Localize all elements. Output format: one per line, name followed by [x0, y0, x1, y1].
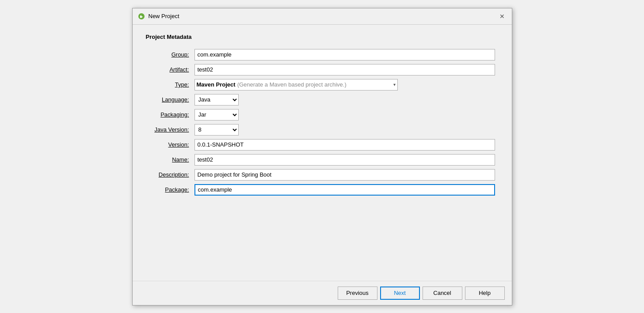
name-label: Name:: [146, 152, 194, 167]
form-row-type: Type: Maven Project (Generate a Maven ba…: [146, 77, 499, 92]
artifact-control: [194, 62, 499, 77]
form-row-artifact: Artifact:: [146, 62, 499, 77]
form-row-language: Language: Java Kotlin Groovy: [146, 92, 499, 107]
form-row-name: Name:: [146, 152, 499, 167]
packaging-control: Jar War: [194, 107, 499, 122]
section-title: Project Metadata: [146, 34, 499, 40]
close-button[interactable]: ✕: [498, 12, 507, 21]
language-select[interactable]: Java Kotlin Groovy: [194, 94, 239, 106]
type-select[interactable]: Maven Project (Generate a Maven based pr…: [194, 79, 398, 91]
description-control: [194, 167, 499, 182]
form-row-package: Package:: [146, 182, 499, 197]
type-control: Maven Project (Generate a Maven based pr…: [194, 77, 499, 92]
dialog-footer: Previous Next Cancel Help: [133, 281, 512, 305]
java-version-label: Java Version:: [146, 122, 194, 137]
java-version-control: 8 11 17 21: [194, 122, 499, 137]
packaging-label: Packaging:: [146, 107, 194, 122]
form-row-packaging: Packaging: Jar War: [146, 107, 499, 122]
title-bar: New Project ✕: [133, 8, 512, 25]
language-label: Language:: [146, 92, 194, 107]
package-control: [194, 182, 499, 197]
form-row-java-version: Java Version: 8 11 17 21: [146, 122, 499, 137]
help-button[interactable]: Help: [465, 287, 505, 300]
version-control: [194, 137, 499, 152]
java-version-select[interactable]: 8 11 17 21: [194, 124, 239, 136]
dialog-title: New Project: [149, 13, 179, 19]
package-input[interactable]: [194, 184, 495, 196]
spring-boot-icon: [138, 13, 145, 20]
title-bar-left: New Project: [138, 13, 179, 20]
name-control: [194, 152, 499, 167]
packaging-select[interactable]: Jar War: [194, 109, 239, 121]
next-button[interactable]: Next: [380, 287, 420, 300]
group-input[interactable]: [194, 49, 495, 60]
version-label: Version:: [146, 137, 194, 152]
form-row-description: Description:: [146, 167, 499, 182]
form-row-version: Version:: [146, 137, 499, 152]
package-label: Package:: [146, 182, 194, 197]
dialog-body: Project Metadata Group: Artifact:: [133, 25, 512, 281]
group-control: [194, 47, 499, 62]
language-control: Java Kotlin Groovy: [194, 92, 499, 107]
type-select-normal-text: (Generate a Maven based project archive.…: [237, 81, 347, 88]
form-row-group: Group:: [146, 47, 499, 62]
description-label: Description:: [146, 167, 194, 182]
artifact-label: Artifact:: [146, 62, 194, 77]
type-label: Type:: [146, 77, 194, 92]
type-select-arrow-icon: ▾: [393, 82, 396, 87]
form-table: Group: Artifact: Type:: [146, 47, 499, 197]
group-label: Group:: [146, 47, 194, 62]
description-input[interactable]: [194, 169, 495, 181]
artifact-input[interactable]: [194, 64, 495, 75]
previous-button[interactable]: Previous: [338, 287, 377, 300]
version-input[interactable]: [194, 139, 495, 151]
type-select-bold-text: Maven Project: [197, 81, 236, 88]
new-project-dialog: New Project ✕ Project Metadata Group: Ar…: [132, 8, 512, 305]
cancel-button[interactable]: Cancel: [423, 287, 462, 300]
name-input[interactable]: [194, 154, 495, 166]
